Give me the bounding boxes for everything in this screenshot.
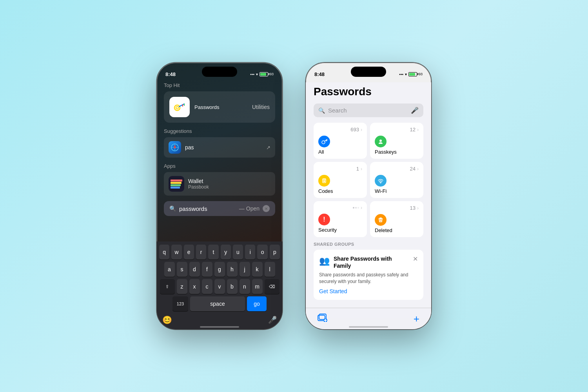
grid-cell-security[interactable]: › ! Security <box>314 201 367 237</box>
wallet-card-4 <box>171 187 180 189</box>
key-m[interactable]: m <box>252 279 263 294</box>
grid-count-wifi: 24 <box>410 166 416 172</box>
safari-svg <box>171 143 179 151</box>
key-numbers[interactable]: 123 <box>172 296 188 311</box>
share-card: 👥 Share Passwords with Family ✕ Share pa… <box>314 250 423 300</box>
deleted-svg <box>377 217 384 223</box>
svg-rect-15 <box>323 180 325 182</box>
mic-icon-light[interactable]: 🎤 <box>411 107 419 114</box>
key-j[interactable]: j <box>240 262 250 277</box>
grid-cell-wifi[interactable]: 24 › Wi-Fi <box>370 162 423 198</box>
suggestion-item[interactable]: pas ↗ <box>164 137 275 158</box>
grid-label-security: Security <box>318 227 362 233</box>
key-go[interactable]: go <box>247 296 267 311</box>
search-bar-dark[interactable]: 🔍 passwords — Open ✕ <box>164 201 275 216</box>
emoji-key[interactable]: 😊 <box>162 315 172 325</box>
passwords-keys-svg <box>172 100 187 114</box>
battery-fill-left <box>260 73 266 76</box>
wallet-app-item[interactable]: Wallet Passbook <box>164 172 275 196</box>
key-g[interactable]: g <box>214 262 225 277</box>
passwords-app-icon <box>169 97 190 117</box>
grid-count-all: 693 <box>350 127 359 132</box>
grid-cell-all[interactable]: 693 › All <box>314 123 367 159</box>
key-i[interactable]: i <box>245 245 255 260</box>
key-o[interactable]: o <box>257 245 267 260</box>
grid-chevron-codes: › <box>361 166 362 172</box>
key-q[interactable]: q <box>159 245 169 260</box>
grid-chevron-deleted: › <box>417 205 419 211</box>
grid-cell-wifi-header: 24 › <box>375 166 419 172</box>
passkeys-svg <box>377 138 384 145</box>
get-started-link[interactable]: Get Started <box>319 288 418 294</box>
key-a[interactable]: a <box>164 262 175 277</box>
grid-icon-passkeys <box>375 136 387 147</box>
grid-cell-passkeys[interactable]: 12 › Passkeys <box>370 123 423 159</box>
svg-point-13 <box>379 140 382 142</box>
apps-section-label: Apps <box>164 163 275 169</box>
wallet-app-name: Wallet <box>188 178 270 184</box>
key-w[interactable]: w <box>171 245 181 260</box>
grid-cell-codes[interactable]: 1 › Codes <box>314 162 367 198</box>
key-l[interactable]: l <box>265 262 275 277</box>
security-spinner <box>353 207 359 209</box>
share-close-button[interactable]: ✕ <box>413 255 418 263</box>
key-u[interactable]: u <box>233 245 243 260</box>
tab-stacked-icon[interactable] <box>318 313 328 324</box>
svg-point-17 <box>380 183 381 183</box>
safari-app-icon <box>169 141 181 154</box>
grid-label-all: All <box>318 149 362 155</box>
key-v[interactable]: v <box>214 279 225 294</box>
keyboard-row-2: a s d f g h j k l <box>159 262 280 277</box>
share-card-description: Share passwords and passkeys safely and … <box>319 272 418 285</box>
key-b[interactable]: b <box>227 279 238 294</box>
search-query-text: passwords <box>179 205 236 212</box>
svg-line-10 <box>325 140 327 141</box>
codes-svg <box>321 178 327 184</box>
key-x[interactable]: x <box>189 279 200 294</box>
search-clear-button[interactable]: ✕ <box>263 205 270 212</box>
grid-count-deleted: 13 <box>410 205 416 211</box>
spinner-dot-2 <box>355 207 357 209</box>
key-c[interactable]: c <box>202 279 212 294</box>
keyboard-row-4: 123 space go <box>159 296 280 311</box>
grid-cell-passkeys-header: 12 › <box>375 127 419 132</box>
top-hit-card[interactable]: Passwords Utilities <box>164 91 275 123</box>
key-k[interactable]: k <box>252 262 263 277</box>
key-y[interactable]: y <box>221 245 231 260</box>
key-s[interactable]: s <box>177 262 187 277</box>
grid-icon-deleted <box>375 214 387 226</box>
mic-key[interactable]: 🎤 <box>268 316 277 324</box>
grid-cell-security-header: › <box>318 205 362 211</box>
svg-point-1 <box>176 107 178 109</box>
dynamic-island-left <box>202 67 237 77</box>
wallet-card-3 <box>171 184 181 186</box>
grid-label-codes: Codes <box>318 188 362 194</box>
passwords-app-content: Passwords 🔍 Search 🎤 693 › <box>306 82 431 318</box>
key-h[interactable]: h <box>227 262 238 277</box>
grid-cell-codes-header: 1 › <box>318 166 362 172</box>
grid-cell-deleted[interactable]: 13 › Deleted <box>370 201 423 237</box>
key-n[interactable]: n <box>240 279 250 294</box>
key-r[interactable]: r <box>196 245 206 260</box>
key-backspace[interactable]: ⌫ <box>265 279 279 294</box>
key-p[interactable]: p <box>270 245 280 260</box>
search-icon-dark: 🔍 <box>169 205 176 212</box>
status-time-left: 8:48 <box>165 71 176 77</box>
key-z[interactable]: z <box>177 279 187 294</box>
key-f[interactable]: f <box>202 262 212 277</box>
battery-icon-left <box>260 72 268 76</box>
grid-chevron-all: › <box>361 127 362 132</box>
wallet-cards <box>169 178 183 190</box>
key-d[interactable]: d <box>189 262 200 277</box>
share-card-header: 👥 Share Passwords with Family ✕ <box>319 255 418 269</box>
key-shift[interactable]: ⇧ <box>160 279 175 294</box>
keyboard-row-1: q w e r t y u i o p <box>159 245 280 260</box>
key-space[interactable]: space <box>190 296 245 311</box>
grid-cell-deleted-header: 13 › <box>375 205 419 211</box>
grid-label-wifi: Wi-Fi <box>375 188 419 194</box>
tab-add-icon[interactable]: + <box>414 313 419 325</box>
grid-count-codes: 1 <box>356 166 359 172</box>
key-t[interactable]: t <box>208 245 218 260</box>
search-bar-light[interactable]: 🔍 Search 🎤 <box>314 103 423 117</box>
key-e[interactable]: e <box>184 245 194 260</box>
